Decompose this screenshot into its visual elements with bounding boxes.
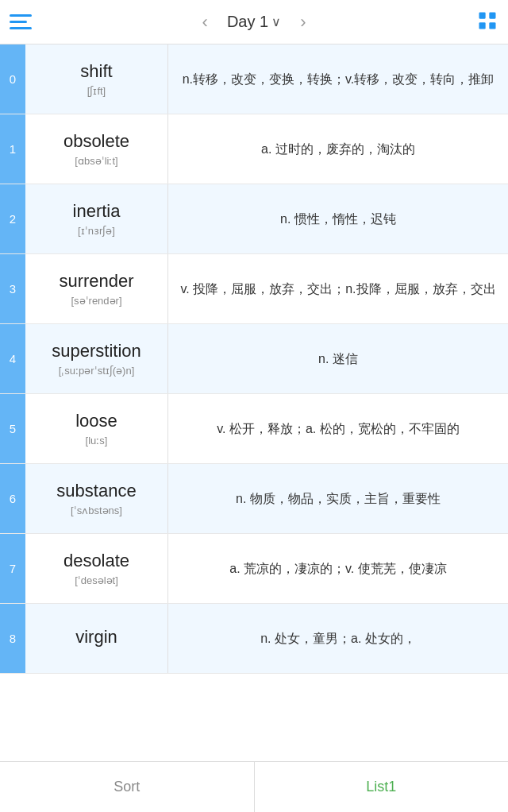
word-col: obsolete [ɑbsəˈliːt] [25,114,168,184]
table-row[interactable]: 3 surrender [səˈrendər] v. 投降，屈服，放弃，交出；n… [0,254,508,324]
row-index: 5 [0,394,25,463]
word-phonetic: [ʃɪft] [87,85,106,97]
definition-col: a. 过时的，废弃的，淘汰的 [168,114,508,184]
word-text: substance [56,481,136,501]
row-index: 8 [0,604,25,673]
word-text: desolate [64,551,129,571]
table-row[interactable]: 1 obsolete [ɑbsəˈliːt] a. 过时的，废弃的，淘汰的 [0,114,508,184]
word-col: virgin [25,604,168,673]
definition-col: n.转移，改变，变换，转换；v.转移，改变，转向，推卸 [168,44,508,114]
word-col: substance [ˈsʌbstəns] [25,464,168,533]
word-phonetic: [ɪˈnɜrʃə] [78,225,115,237]
header-nav: ‹ Day 1 ∨ › [196,9,313,36]
word-phonetic: [luːs] [86,435,108,447]
definition-col: a. 荒凉的，凄凉的；v. 使荒芜，使凄凉 [168,534,508,603]
day-label: Day 1 [227,13,268,31]
word-col: surrender [səˈrendər] [25,254,168,323]
tab-sort[interactable]: Sort [0,762,255,812]
svg-rect-3 [489,22,495,29]
grid-icon[interactable] [476,10,498,35]
word-text: surrender [59,271,133,292]
word-phonetic: [ˌsuːpərˈstɪʃ(ə)n] [59,365,135,377]
definition-col: n. 处女，童男；a. 处女的， [168,604,508,673]
word-phonetic: [ɑbsəˈliːt] [75,155,117,167]
header-title[interactable]: Day 1 ∨ [227,13,281,31]
definition-col: n. 物质，物品，实质，主旨，重要性 [168,464,508,533]
row-index: 3 [0,254,25,323]
word-text: inertia [73,201,121,222]
row-index: 4 [0,324,25,393]
word-text: shift [80,61,112,82]
definition-col: n. 惯性，惰性，迟钝 [168,184,508,253]
prev-arrow[interactable]: ‹ [196,9,214,36]
table-row[interactable]: 6 substance [ˈsʌbstəns] n. 物质，物品，实质，主旨，重… [0,464,508,534]
row-index: 2 [0,184,25,253]
word-col: inertia [ɪˈnɜrʃə] [25,184,168,253]
tab-list1[interactable]: List1 [255,762,509,812]
svg-rect-1 [489,12,495,18]
word-col: shift [ʃɪft] [25,44,168,114]
table-row[interactable]: 7 desolate [ˈdesələt] a. 荒凉的，凄凉的；v. 使荒芜，… [0,534,508,604]
word-text: superstition [52,341,141,362]
word-col: desolate [ˈdesələt] [25,534,168,603]
row-index: 1 [0,114,25,184]
definition-col: n. 迷信 [168,324,508,393]
definition-col: v. 投降，屈服，放弃，交出；n.投降，屈服，放弃，交出 [168,254,508,323]
row-index: 6 [0,464,25,533]
table-row[interactable]: 0 shift [ʃɪft] n.转移，改变，变换，转换；v.转移，改变，转向，… [0,44,508,114]
word-phonetic: [səˈrendər] [71,295,121,307]
menu-icon[interactable] [10,14,32,29]
header: ‹ Day 1 ∨ › [0,0,508,44]
table-row[interactable]: 5 loose [luːs] v. 松开，释放；a. 松的，宽松的，不牢固的 [0,394,508,464]
row-index: 0 [0,44,25,114]
word-phonetic: [ˈdesələt] [75,574,118,586]
word-text: virgin [75,627,117,648]
word-col: loose [luːs] [25,394,168,463]
table-row[interactable]: 4 superstition [ˌsuːpərˈstɪʃ(ə)n] n. 迷信 [0,324,508,394]
chevron-down-icon: ∨ [271,14,281,29]
table-row[interactable]: 2 inertia [ɪˈnɜrʃə] n. 惯性，惰性，迟钝 [0,184,508,254]
word-list: 0 shift [ʃɪft] n.转移，改变，变换，转换；v.转移，改变，转向，… [0,44,508,729]
word-text: obsolete [64,131,129,152]
svg-rect-0 [479,12,486,18]
svg-rect-2 [479,22,486,29]
definition-col: v. 松开，释放；a. 松的，宽松的，不牢固的 [168,394,508,463]
word-text: loose [75,411,117,431]
bottom-bar: Sort List1 [0,761,508,812]
table-row[interactable]: 8 virgin n. 处女，童男；a. 处女的， [0,604,508,674]
word-phonetic: [ˈsʌbstəns] [71,505,122,516]
word-col: superstition [ˌsuːpərˈstɪʃ(ə)n] [25,324,168,393]
next-arrow[interactable]: › [294,9,312,36]
row-index: 7 [0,534,25,603]
